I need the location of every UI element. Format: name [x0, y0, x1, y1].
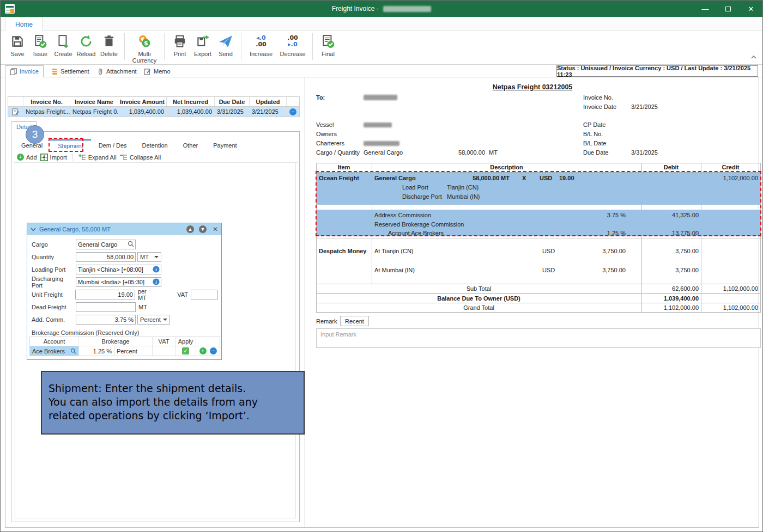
status-bar: Status : Unissued / Invoice Currency : U… — [556, 65, 758, 77]
quantity-label: Quantity — [32, 254, 76, 260]
invoice-preview: Netpas Freight 03212005 To: Vessel Owner… — [305, 77, 760, 528]
col-vat: VAT — [153, 337, 175, 346]
cargo-card-header[interactable]: General Cargo, 58,000 MT ▲ ▼ ✕ — [27, 223, 221, 235]
remove-brokerage-icon[interactable]: − — [210, 347, 217, 354]
status-text: Status : Unissued / Invoice Currency : U… — [557, 65, 758, 78]
invoice-icon — [10, 68, 17, 75]
cargo-card-title: General Cargo, 58,000 MT — [39, 226, 181, 233]
maximize-button[interactable] — [717, 1, 740, 17]
delete-icon — [102, 33, 116, 50]
increase-button[interactable]: ◂.0 .00 Increase — [246, 33, 276, 57]
subtab-dem-des[interactable]: Dem / Des — [91, 139, 135, 151]
tab-memo[interactable]: Memo — [140, 65, 175, 77]
issue-button[interactable]: Issue — [29, 33, 51, 57]
remove-row-icon[interactable]: − — [289, 108, 296, 115]
account-cell[interactable]: Ace Brokers — [30, 346, 79, 356]
annotation-red-box — [316, 171, 761, 236]
col-invoice-name[interactable]: Invoice Name — [70, 97, 118, 106]
reload-button[interactable]: Reload — [75, 33, 97, 57]
tab-attachment[interactable]: Attachment — [93, 65, 141, 77]
expand-all-button[interactable]: Expand All — [78, 154, 117, 161]
decrease-button[interactable]: .00 ▸.0 Decrease — [277, 33, 308, 57]
tab-home[interactable]: Home — [5, 17, 43, 31]
main-area: Invoice No. Invoice Name Invoice Amount … — [5, 77, 759, 528]
add-comm-unit-select[interactable]: Percent — [137, 315, 170, 325]
add-button[interactable]: + Add — [17, 154, 37, 161]
apply-checkbox[interactable]: ✓ — [182, 347, 189, 354]
cargo-quantity-value: General Cargo — [364, 149, 403, 156]
brokerage-rate-cell[interactable]: 1.25 % — [79, 346, 114, 356]
vat-cell[interactable] — [153, 346, 175, 356]
brokerage-type-cell[interactable]: Percent — [114, 346, 153, 356]
table-row[interactable]: Netpas Freight... Netpas Freight 0... 1,… — [8, 107, 299, 117]
invoice-no-label: Invoice No. — [583, 94, 613, 101]
minimize-button[interactable]: — — [694, 1, 717, 17]
delete-button[interactable]: Delete — [98, 33, 120, 57]
cargo-input[interactable] — [76, 240, 136, 249]
col-item: Item — [316, 164, 372, 170]
quantity-input[interactable] — [76, 252, 136, 262]
vat-label: VAT — [177, 291, 188, 298]
grand-total-debit: 1,102,000.00 — [644, 304, 699, 311]
cargo-quantity-label: Cargo / Quantity — [316, 149, 360, 156]
loading-port-input[interactable] — [76, 265, 161, 274]
quantity-unit-select[interactable]: MT — [137, 252, 161, 262]
search-icon[interactable] — [70, 348, 76, 354]
despatch-currency: USD — [542, 248, 555, 254]
ribbon-tab-strip: Home — [1, 17, 762, 31]
add-brokerage-icon[interactable]: + — [199, 347, 207, 354]
unit-freight-input[interactable] — [75, 290, 135, 299]
save-button[interactable]: Save — [7, 33, 28, 57]
owners-label: Owners — [316, 131, 337, 137]
remark-input[interactable] — [316, 328, 761, 348]
collapse-ribbon-icon[interactable] — [750, 55, 757, 59]
subtab-other[interactable]: Other — [175, 139, 206, 151]
charterers-value-redacted — [364, 141, 399, 146]
create-button[interactable]: Create — [52, 33, 74, 57]
subtab-detention[interactable]: Detention — [135, 139, 175, 151]
vessel-value-redacted — [364, 123, 392, 127]
brokerage-header-row: Account Brokerage VAT Apply — [30, 337, 220, 346]
invoice-date-value: 3/21/2025 — [631, 103, 658, 110]
move-up-icon[interactable]: ▲ — [186, 225, 194, 233]
subtab-payment[interactable]: Payment — [205, 139, 244, 151]
send-button[interactable]: Send — [215, 33, 237, 57]
close-card-icon[interactable]: ✕ — [213, 225, 218, 233]
final-button[interactable]: Final — [317, 33, 339, 57]
grid-header-row: Invoice No. Invoice Name Invoice Amount … — [8, 97, 299, 107]
move-down-icon[interactable]: ▼ — [199, 225, 207, 233]
reload-icon — [79, 33, 93, 50]
dead-freight-input[interactable] — [76, 302, 136, 312]
export-button[interactable]: Export — [192, 33, 214, 57]
balance-due-label: Balance Due To Owner (USD) — [316, 295, 641, 302]
col-invoice-no[interactable]: Invoice No. — [23, 97, 70, 106]
bl-no-label: B/L No. — [583, 131, 603, 137]
col-net-incurred[interactable]: Net Incurred — [167, 97, 215, 106]
vat-input[interactable] — [191, 290, 218, 299]
despatch-desc: At Mumbai (IN) — [374, 267, 415, 273]
col-invoice-amount[interactable]: Invoice Amount — [118, 97, 167, 106]
ribbon-toolbar: Save Issue Create Reload — [1, 31, 762, 65]
info-icon[interactable]: i — [153, 278, 160, 285]
cargo-quantity-unit: MT — [489, 149, 498, 156]
multi-currency-button[interactable]: €$ Multi Currency — [129, 33, 160, 64]
despatch-desc: At Tianjin (CN) — [374, 248, 414, 254]
issue-icon — [33, 33, 47, 50]
discharging-port-input[interactable] — [76, 277, 161, 287]
col-due-date[interactable]: Due Date — [215, 97, 250, 106]
col-updated[interactable]: Updated — [250, 97, 287, 106]
close-button[interactable]: ✕ — [740, 1, 762, 17]
final-icon — [321, 33, 335, 50]
info-icon[interactable]: i — [153, 266, 160, 273]
search-icon[interactable] — [128, 241, 134, 247]
to-value-redacted — [364, 95, 397, 100]
despatch-amount: 3,750.00 — [582, 248, 626, 254]
recent-button[interactable]: Recent — [340, 316, 369, 326]
tab-invoice[interactable]: Invoice — [5, 65, 44, 77]
import-button[interactable]: Import — [40, 154, 67, 161]
collapse-all-button[interactable]: Collapse All — [120, 154, 161, 161]
print-button[interactable]: Print — [169, 33, 191, 57]
add-comm-input[interactable] — [76, 315, 136, 325]
cargo-quantity-amount: 58,000.00 — [436, 149, 485, 156]
tab-settlement[interactable]: Settlement — [47, 65, 94, 77]
